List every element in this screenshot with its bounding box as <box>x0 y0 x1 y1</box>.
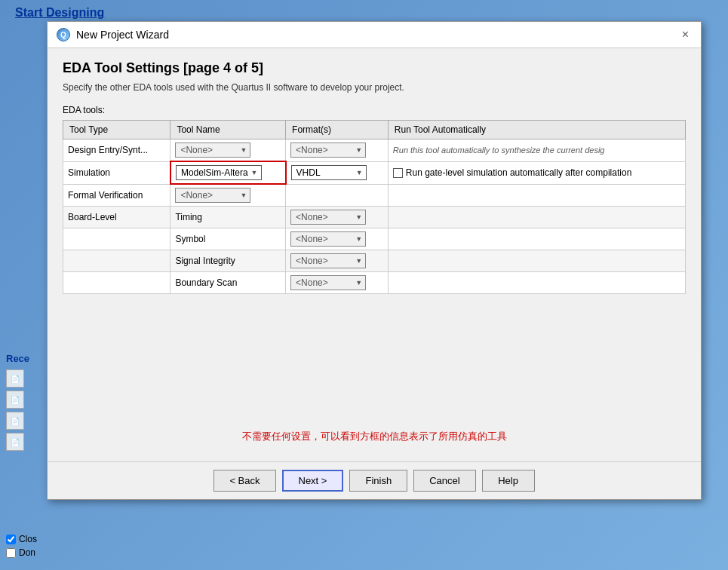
dialog-icon: Q <box>57 28 70 41</box>
recently-label: Rece <box>6 353 29 364</box>
sim-format-select[interactable]: VHDL ▼ <box>291 165 367 180</box>
back-button[interactable]: < Back <box>213 470 275 492</box>
dialog-title-text: New Project Wizard <box>76 29 169 41</box>
cell-tool-formal: <None> ▼ <box>170 184 286 207</box>
formal-tool-select[interactable]: <None> ▼ <box>175 188 250 203</box>
side-icon-3[interactable]: 📄 <box>6 412 24 430</box>
help-button[interactable]: Help <box>482 470 535 492</box>
dialog-title-left: Q New Project Wizard <box>57 28 169 41</box>
cell-run-si <box>388 250 685 272</box>
table-row: Board-Level Timing <None> ▼ <box>63 207 686 228</box>
run-sim-text: Run gate-level simulation automatically … <box>406 167 631 178</box>
col-tool-type: Tool Type <box>63 121 170 139</box>
dropdown-arrow: ▼ <box>251 169 258 176</box>
dialog-body: EDA Tool Settings [page 4 of 5] Specify … <box>48 48 701 461</box>
cell-type-bs <box>63 272 170 294</box>
cell-format-timing: <None> ▼ <box>286 207 389 228</box>
design-format-select[interactable]: <None> ▼ <box>290 142 366 158</box>
col-run-auto: Run Tool Automatically <box>388 121 685 139</box>
table-row: Symbol <None> ▼ <box>63 228 686 250</box>
dont-checkbox[interactable] <box>6 548 16 558</box>
cell-format-symbol: <None> ▼ <box>286 228 389 250</box>
cell-format-formal <box>286 184 389 207</box>
empty-area <box>63 294 686 415</box>
cell-tool-timing: Timing <box>170 207 286 228</box>
eda-tools-table: Tool Type Tool Name Format(s) Run Tool A… <box>63 120 686 294</box>
table-row: Boundary Scan <None> ▼ <box>63 272 686 294</box>
page-description: Specify the other EDA tools used with th… <box>63 82 686 93</box>
annotation-text: 不需要任何设置，可以看到方框的信息表示了所用仿真的工具 <box>63 424 686 449</box>
cell-type-board: Board-Level <box>63 207 170 228</box>
sim-tool-select[interactable]: ModelSim-Altera ▼ <box>176 165 262 180</box>
cell-type-sim: Simulation <box>63 161 170 184</box>
cell-tool-si: Signal Integrity <box>170 250 286 272</box>
table-row: Signal Integrity <None> ▼ <box>63 250 686 272</box>
cell-tool-design: <None> ▼ <box>170 139 286 162</box>
side-icon-2[interactable]: 📄 <box>6 391 24 409</box>
design-tool-select[interactable]: <None> ▼ <box>175 142 250 158</box>
dropdown-arrow: ▼ <box>355 235 362 243</box>
checkbox-row-2: Don <box>6 547 37 558</box>
col-formats: Format(s) <box>286 121 389 139</box>
start-designing-label: Start Designing <box>15 6 104 20</box>
close-checkbox[interactable] <box>6 535 16 544</box>
checkbox-row-1: Clos <box>6 534 37 544</box>
table-header-row: Tool Type Tool Name Format(s) Run Tool A… <box>63 121 686 139</box>
dialog-titlebar: Q New Project Wizard × <box>48 22 701 48</box>
symbol-format-select[interactable]: <None> ▼ <box>290 231 366 247</box>
cell-type-design: Design Entry/Synt... <box>63 139 170 162</box>
cell-format-sim: VHDL ▼ <box>286 161 389 184</box>
eda-tools-label: EDA tools: <box>63 105 686 115</box>
cell-format-bs: <None> ▼ <box>286 272 389 294</box>
close-button[interactable]: × <box>679 29 692 41</box>
side-icon-4[interactable]: 📄 <box>6 433 24 451</box>
cancel-button[interactable]: Cancel <box>413 470 475 492</box>
cell-type-si <box>63 250 170 272</box>
run-auto-text-design: Run this tool automatically to synthesiz… <box>393 146 605 155</box>
dropdown-arrow: ▼ <box>355 279 362 287</box>
dropdown-arrow: ▼ <box>240 192 247 199</box>
new-project-wizard-dialog: Q New Project Wizard × EDA Tool Settings… <box>47 21 702 500</box>
table-row: Design Entry/Synt... <None> ▼ <None> ▼ <box>63 139 686 162</box>
cell-run-bs <box>388 272 685 294</box>
cell-type-formal: Formal Verification <box>63 184 170 207</box>
cell-format-design: <None> ▼ <box>286 139 389 162</box>
cell-tool-bs: Boundary Scan <box>170 272 286 294</box>
bottom-checkboxes: Clos Don <box>6 534 37 558</box>
timing-format-select[interactable]: <None> ▼ <box>290 210 366 225</box>
cell-type-symbol <box>63 228 170 250</box>
dont-label: Don <box>19 547 35 558</box>
dropdown-arrow: ▼ <box>240 146 247 154</box>
cell-run-sim: Run gate-level simulation automatically … <box>388 161 685 184</box>
dropdown-arrow: ▼ <box>355 146 362 154</box>
cell-run-timing <box>388 207 685 228</box>
cell-run-design: Run this tool automatically to synthesiz… <box>388 139 685 162</box>
si-format-select[interactable]: <None> ▼ <box>290 253 366 268</box>
close-label: Clos <box>19 534 37 544</box>
run-sim-cell: Run gate-level simulation automatically … <box>393 167 680 178</box>
cell-tool-symbol: Symbol <box>170 228 286 250</box>
table-row-simulation: Simulation ModelSim-Altera ▼ VHDL ▼ <box>63 161 686 184</box>
finish-button[interactable]: Finish <box>349 470 407 492</box>
cell-run-formal <box>388 184 685 207</box>
side-icon-1[interactable]: 📄 <box>6 369 24 388</box>
dropdown-arrow: ▼ <box>356 169 363 176</box>
dropdown-arrow: ▼ <box>355 257 362 265</box>
dropdown-arrow: ▼ <box>355 213 362 221</box>
cell-run-symbol <box>388 228 685 250</box>
dialog-footer: < Back Next > Finish Cancel Help <box>48 461 701 499</box>
next-button[interactable]: Next > <box>282 470 344 492</box>
run-sim-checkbox[interactable] <box>393 168 403 178</box>
page-title: EDA Tool Settings [page 4 of 5] <box>63 60 686 76</box>
bs-format-select[interactable]: <None> ▼ <box>290 275 366 290</box>
table-row: Formal Verification <None> ▼ <box>63 184 686 207</box>
col-tool-name: Tool Name <box>170 121 286 139</box>
cell-format-si: <None> ▼ <box>286 250 389 272</box>
cell-tool-sim: ModelSim-Altera ▼ <box>170 161 286 184</box>
side-icons-area: 📄 📄 📄 📄 <box>6 369 24 451</box>
